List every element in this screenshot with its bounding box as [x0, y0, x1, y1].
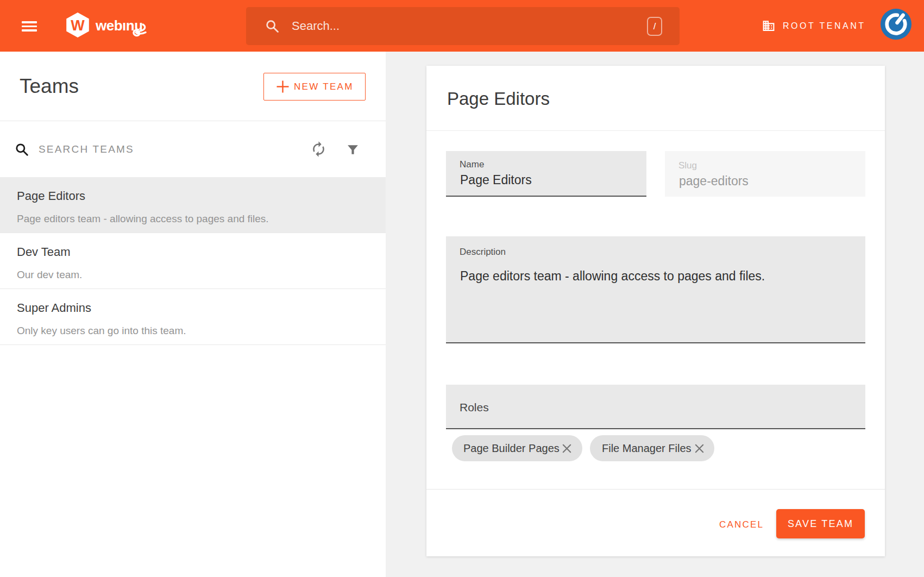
- svg-text:W: W: [71, 17, 85, 34]
